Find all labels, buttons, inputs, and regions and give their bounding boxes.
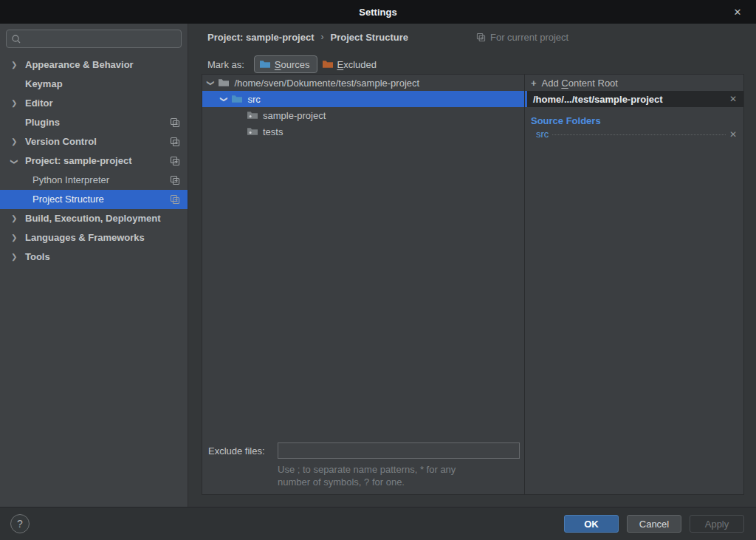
sidebar-item-label: Project: sample-project (25, 155, 132, 166)
sidebar-item-version-control[interactable]: ❯ Version Control (0, 132, 188, 151)
per-project-settings-icon (170, 137, 180, 147)
cancel-button[interactable]: Cancel (627, 515, 681, 533)
per-project-settings-icon (476, 33, 486, 42)
chevron-down-icon[interactable]: ❯ (220, 96, 228, 102)
sidebar-item-label: Keymap (25, 78, 63, 89)
chevron-right-icon: ❯ (11, 228, 17, 247)
mark-excluded-label: Excluded (337, 59, 377, 70)
tree-row-label: sample-project (263, 110, 326, 121)
chevron-right-icon: ❯ (11, 94, 17, 113)
content-root-item[interactable]: /home/.../test/sample-project ✕ (525, 91, 743, 107)
folder-icon (218, 77, 230, 89)
sidebar-item-label: Python Interpreter (32, 174, 109, 185)
excluded-folder-icon (322, 58, 334, 70)
breadcrumb-separator: › (321, 32, 324, 42)
tree-row-content-root[interactable]: ❯ /home/sven/Dokumente/test/sample-proje… (202, 75, 524, 91)
sidebar-item-label: Version Control (25, 136, 97, 147)
exclude-files-hint: Use ; to separate name patterns, * for a… (278, 463, 524, 488)
sidebar-item-label: Tools (25, 251, 50, 262)
mark-excluded-button[interactable]: Excluded (317, 55, 383, 73)
sidebar-item-label: Plugins (25, 117, 60, 128)
folder-icon (247, 126, 258, 137)
chevron-right-icon: ❯ (11, 55, 17, 75)
chevron-right-icon: ❯ (11, 209, 17, 228)
scope-note-label: For current project (490, 32, 568, 43)
chevron-right-icon: ❯ (11, 132, 17, 151)
settings-content: Project: sample-project › Project Struct… (188, 24, 756, 507)
content-roots-panel: + Add Content Root /home/.../test/sample… (524, 74, 744, 495)
search-input[interactable] (25, 33, 176, 44)
tree-row-sample-project[interactable]: sample-project (202, 107, 524, 123)
sidebar-item-label: Editor (25, 98, 53, 109)
tree-row-label: /home/sven/Dokumente/test/sample-project (234, 78, 419, 89)
remove-source-folder-icon[interactable]: ✕ (729, 129, 737, 140)
tree-row-tests[interactable]: tests (202, 123, 524, 140)
mark-as-label: Mark as: (207, 59, 244, 70)
source-folder-item[interactable]: src ✕ (525, 129, 743, 143)
settings-dialog: Settings ✕ ❯ Appearance & Behavior Keyma… (0, 0, 756, 540)
mark-sources-label: Sources (275, 59, 310, 70)
per-project-settings-icon (170, 175, 180, 185)
sidebar-item-label: Appearance & Behavior (25, 59, 134, 70)
chevron-down-icon: ❯ (4, 159, 24, 165)
sidebar-item-languages-frameworks[interactable]: ❯ Languages & Frameworks (0, 228, 188, 247)
tree-row-label: tests (263, 126, 283, 137)
settings-nav: ❯ Appearance & Behavior Keymap ❯ Editor … (0, 55, 188, 267)
help-button[interactable]: ? (10, 514, 30, 533)
sidebar-item-keymap[interactable]: Keymap (0, 75, 188, 94)
project-tree-panel: ❯ /home/sven/Dokumente/test/sample-proje… (202, 74, 525, 495)
sidebar-item-appearance-behavior[interactable]: ❯ Appearance & Behavior (0, 55, 188, 75)
source-folders-heading: Source Folders (525, 114, 743, 129)
chevron-down-icon[interactable]: ❯ (207, 80, 215, 86)
scope-note: For current project (476, 32, 568, 43)
per-project-settings-icon (170, 117, 180, 128)
sidebar-item-plugins[interactable]: Plugins (0, 113, 188, 132)
dialog-footer: ? OK Cancel Apply (0, 507, 756, 540)
sidebar-item-tools[interactable]: ❯ Tools (0, 247, 188, 267)
folder-icon (247, 109, 258, 121)
title-bar: Settings ✕ (0, 0, 756, 24)
window-title: Settings (359, 7, 396, 18)
exclude-files-section: Exclude files: Use ; to separate name pa… (202, 442, 524, 490)
search-icon (11, 34, 21, 44)
exclude-files-label: Exclude files: (208, 445, 278, 457)
sidebar-item-editor[interactable]: ❯ Editor (0, 94, 188, 113)
plus-icon: + (531, 78, 537, 89)
sidebar-item-label: Build, Execution, Deployment (25, 213, 160, 224)
sidebar-item-label: Languages & Frameworks (25, 232, 145, 243)
sidebar-item-label: Project Structure (32, 194, 104, 205)
search-box[interactable] (6, 30, 182, 48)
sidebar-item-project-structure[interactable]: Project Structure (0, 190, 188, 209)
source-folder-icon (259, 58, 271, 70)
mark-as-toolbar: Mark as: Sources Excluded (188, 53, 756, 75)
settings-sidebar: ❯ Appearance & Behavior Keymap ❯ Editor … (0, 24, 188, 507)
chevron-right-icon: ❯ (11, 247, 17, 267)
sidebar-item-python-interpreter[interactable]: Python Interpreter (0, 171, 188, 190)
exclude-files-input[interactable] (278, 442, 520, 459)
add-content-root-button[interactable]: + Add Content Root (525, 75, 743, 91)
apply-button[interactable]: Apply (690, 515, 744, 533)
add-content-root-label: Add Content Root (542, 78, 618, 89)
per-project-settings-icon (170, 156, 180, 166)
source-folder-label: src (536, 129, 549, 140)
per-project-settings-icon (170, 194, 180, 205)
page-title: Project Structure (331, 32, 408, 43)
mark-sources-button[interactable]: Sources (254, 55, 317, 73)
close-icon[interactable]: ✕ (728, 0, 747, 24)
ok-button[interactable]: OK (564, 515, 619, 533)
tree-row-label: src (247, 94, 260, 105)
content-root-path: /home/.../test/sample-project (533, 94, 663, 105)
breadcrumb: Project: sample-project › Project Struct… (188, 24, 756, 50)
sidebar-item-build-execution-deployment[interactable]: ❯ Build, Execution, Deployment (0, 209, 188, 228)
source-folder-icon (231, 93, 243, 105)
sidebar-item-project-sample-project[interactable]: ❯ Project: sample-project (0, 151, 188, 171)
tree-row-src[interactable]: ❯ src (202, 91, 524, 107)
breadcrumb-project: Project: sample-project (207, 32, 315, 43)
dotted-leader (552, 134, 726, 135)
remove-content-root-icon[interactable]: ✕ (729, 94, 737, 104)
